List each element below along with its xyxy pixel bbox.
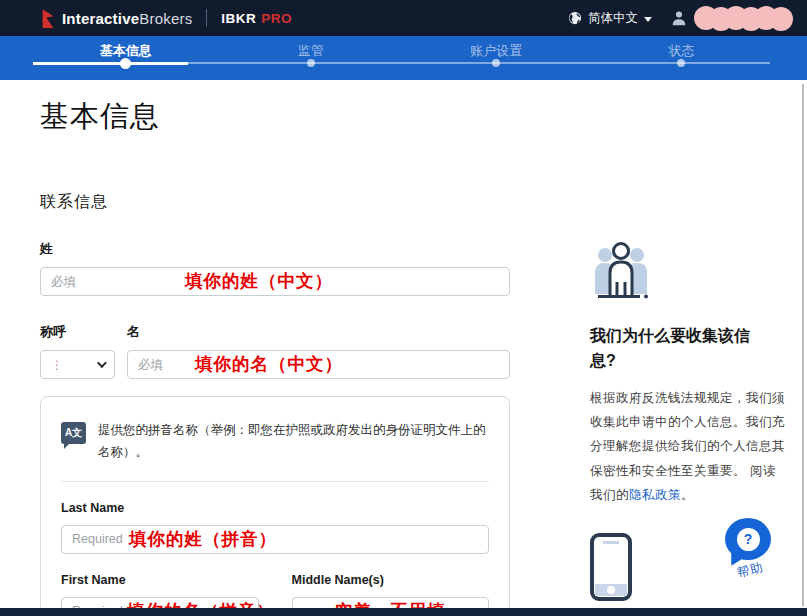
top-bar: InteractiveBrokers IBKRPRO 简体中文 xyxy=(0,0,807,36)
pinyin-note: 提供您的拼音名称（举例：即您在护照或政府发出的身份证明文件上的名称）。 xyxy=(98,420,489,464)
section-title: 联系信息 xyxy=(40,192,510,213)
step-dot xyxy=(120,58,131,69)
salutation-select[interactable]: ⋮ xyxy=(40,350,115,379)
first-name-cn-input[interactable] xyxy=(127,350,510,379)
page-title: 基本信息 xyxy=(40,97,807,137)
last-name-label: Last Name xyxy=(61,501,489,515)
last-name-input[interactable] xyxy=(61,525,489,554)
nav-step-regulatory[interactable]: 监管 xyxy=(218,36,403,80)
chevron-down-icon xyxy=(97,358,107,368)
ib-flame-icon xyxy=(40,8,56,28)
language-label: 简体中文 xyxy=(588,10,638,27)
translate-icon: A文 xyxy=(61,422,86,444)
first-name-cn-label: 名 xyxy=(127,323,140,341)
why-collect-text: 根据政府反洗钱法规规定，我们须收集此申请中的个人信息。我们充分理解您提供给我们的… xyxy=(590,386,788,508)
chevron-down-icon xyxy=(644,17,652,22)
ib-logo[interactable]: InteractiveBrokers xyxy=(40,8,192,28)
step-dot xyxy=(677,59,685,67)
salutation-label: 称呼 xyxy=(40,323,127,341)
language-selector[interactable]: 简体中文 xyxy=(568,10,652,27)
step-dot xyxy=(492,59,500,67)
pinyin-name-box: A文 提供您的拼音名称（举例：即您在护照或政府发出的身份证明文件上的名称）。 L… xyxy=(40,396,510,616)
nav-step-status[interactable]: 状态 xyxy=(589,36,774,80)
last-name-cn-label: 姓 xyxy=(40,240,510,258)
question-mark-icon: ? xyxy=(737,528,760,551)
product-label: IBKRPRO xyxy=(221,11,292,26)
privacy-policy-link[interactable]: 隐私政策 xyxy=(629,488,681,502)
bottom-bar xyxy=(0,608,807,616)
people-group-icon xyxy=(590,240,652,302)
contact-form: 联系信息 姓 填你的姓（中文） 称呼 名 ⋮ 填你的名（中文） xyxy=(40,137,510,616)
divider xyxy=(61,481,489,482)
help-button[interactable]: ? xyxy=(725,518,771,560)
help-widget: ? 帮助 xyxy=(725,518,785,580)
phone-icon xyxy=(590,533,632,601)
why-collect-title: 我们为什么要收集该信息? xyxy=(590,324,762,374)
window-edge xyxy=(802,84,804,606)
middle-name-label: Middle Name(s) xyxy=(292,573,490,587)
step-dot xyxy=(307,59,315,67)
last-name-cn-input[interactable] xyxy=(40,267,510,296)
brand-name: InteractiveBrokers xyxy=(62,10,192,27)
globe-icon xyxy=(568,11,582,25)
user-icon xyxy=(670,9,688,27)
nav-step-account-config[interactable]: 账户设置 xyxy=(404,36,589,80)
redacted-username xyxy=(694,6,793,30)
nav-step-basic-info[interactable]: 基本信息 xyxy=(33,36,218,80)
progress-nav: 基本信息 监管 账户设置 状态 xyxy=(0,36,807,80)
first-name-label: First Name xyxy=(61,573,259,587)
user-menu[interactable] xyxy=(670,6,793,30)
header-divider xyxy=(206,9,207,27)
